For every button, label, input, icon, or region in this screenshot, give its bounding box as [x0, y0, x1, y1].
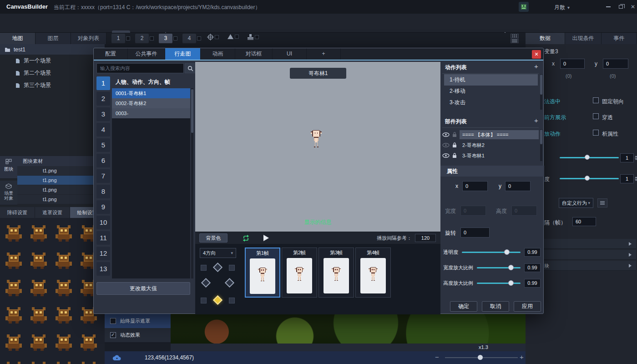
material-row-4[interactable]: t1.png: [17, 195, 105, 204]
apply-button[interactable]: 应用: [514, 301, 541, 312]
list-lines-button[interactable]: [511, 39, 519, 43]
ok-button[interactable]: 确定: [450, 301, 477, 312]
prop-width-input[interactable]: [460, 206, 486, 216]
frame-cell-3[interactable]: 第3帧: [318, 248, 354, 298]
tile-sprite[interactable]: [3, 249, 24, 273]
frame-cell-1[interactable]: 第1帧: [245, 248, 280, 298]
dynamic-effect-row[interactable]: 动态效果: [105, 328, 171, 342]
tile-sprite[interactable]: [3, 222, 24, 245]
dialog-row-number-3[interactable]: 3: [96, 107, 110, 121]
layer-1-group[interactable]: 1: [111, 34, 130, 43]
dialog-tab-animation[interactable]: 动画: [201, 48, 235, 60]
dirpad-corner-icon[interactable]: [201, 265, 207, 271]
user-menu[interactable]: 月散▾: [554, 4, 570, 11]
grid-dots-button[interactable]: [511, 34, 519, 38]
dialog-row-number-7[interactable]: 7: [96, 169, 110, 183]
frame-cell-2[interactable]: 第2帧: [282, 248, 317, 298]
tab-events[interactable]: 事件: [602, 33, 637, 44]
link-select-partial[interactable]: 法选中: [544, 98, 561, 106]
eye-icon[interactable]: [442, 132, 450, 137]
dirpad-corner-icon[interactable]: [229, 265, 235, 271]
dialog-row-number-2[interactable]: 2: [96, 92, 110, 106]
dialog-row-number-8[interactable]: 8: [96, 185, 110, 198]
character-item-3[interactable]: 0003-: [112, 108, 190, 118]
always-show-mask-checkbox[interactable]: [110, 318, 116, 324]
tile-sprite[interactable]: [3, 276, 24, 300]
tile-sprite[interactable]: [28, 331, 49, 354]
zoom-out-button[interactable]: −: [435, 353, 439, 361]
close-window-button[interactable]: ✕: [627, 3, 637, 11]
lock-icon[interactable]: [452, 132, 457, 137]
tile-sprite[interactable]: [28, 358, 49, 364]
character-list-scrollbar[interactable]: [191, 88, 193, 278]
dialog-tab-add[interactable]: +: [307, 48, 341, 60]
action-item-move[interactable]: 2-移动: [444, 86, 538, 97]
part-row-body[interactable]: ==== 【本体】 ====: [442, 129, 539, 140]
tile-sprite[interactable]: [28, 276, 49, 300]
pass-through-checkbox[interactable]: [593, 113, 599, 119]
game-scene-viewport[interactable]: [171, 314, 526, 344]
fixed-facing-checkbox[interactable]: [593, 97, 599, 103]
tab-layers[interactable]: 图层: [35, 33, 71, 44]
layer-4-group[interactable]: 4: [182, 34, 201, 43]
tile-sprite[interactable]: [3, 331, 24, 354]
tile-sprite[interactable]: [53, 276, 74, 300]
tile-sprite[interactable]: [28, 222, 49, 245]
tile-sprite[interactable]: [53, 222, 74, 245]
parts-list-scrollbar[interactable]: [540, 129, 542, 161]
prop-height-input[interactable]: [511, 206, 537, 216]
rp-slider-1-value[interactable]: 1: [620, 153, 634, 162]
dialog-row-number-6[interactable]: 6: [96, 154, 110, 167]
dirpad-corner-icon[interactable]: [229, 298, 235, 303]
y-input[interactable]: [603, 59, 628, 69]
part-row-goblin2[interactable]: 2-哥布林2: [442, 140, 539, 150]
layer-2-button[interactable]: 2: [135, 34, 149, 43]
dialog-tab-public-events[interactable]: 公共事件: [128, 48, 165, 60]
layer-2-group[interactable]: 2: [135, 34, 154, 43]
material-row-2[interactable]: t1.png: [17, 176, 105, 185]
restore-button[interactable]: [615, 3, 626, 11]
dialog-row-number-5[interactable]: 5: [96, 138, 110, 152]
dialog-row-number-12[interactable]: 12: [96, 247, 110, 260]
lock-icon[interactable]: [452, 153, 457, 158]
dialog-tab-dialog-box[interactable]: 对话框: [235, 48, 273, 60]
tile-sprite[interactable]: [53, 331, 74, 354]
dialog-close-button[interactable]: ✕: [532, 50, 541, 59]
user-avatar[interactable]: [519, 2, 529, 12]
zoom-slider-knob[interactable]: [478, 355, 483, 360]
character-item-2[interactable]: 0002-哥布林2: [112, 98, 190, 108]
opacity-slider-track[interactable]: [462, 252, 521, 253]
action-item-idle[interactable]: 1-待机: [444, 74, 538, 86]
direction-left-button[interactable]: [201, 278, 211, 288]
interval-frames-input[interactable]: [572, 217, 596, 226]
dynamic-effect-checkbox[interactable]: [110, 332, 116, 338]
zoom-in-button[interactable]: +: [520, 353, 524, 361]
tree-scene-1[interactable]: 第一个场景: [0, 55, 105, 67]
dialog-row-number-1[interactable]: 1: [96, 76, 110, 90]
add-action-button[interactable]: +: [534, 62, 538, 70]
frame-cell-4[interactable]: 第4帧: [355, 248, 391, 298]
height-scale-slider-track[interactable]: [477, 283, 521, 284]
direction-select[interactable]: 4方向▾: [200, 248, 236, 258]
layer-4-button[interactable]: 4: [182, 34, 196, 43]
change-max-button[interactable]: 更改最大值: [96, 282, 190, 295]
tab-mask-settings[interactable]: 遮罩设置: [35, 207, 70, 218]
behavior-extra-button[interactable]: [597, 198, 607, 207]
layer-3-toggle[interactable]: [173, 36, 177, 40]
action-item-attack[interactable]: 3-攻击: [444, 97, 538, 108]
rp-slider-1-spinner[interactable]: [634, 153, 637, 162]
tile-sprite[interactable]: [53, 249, 74, 273]
part-row-goblin1[interactable]: 3-哥布林1: [442, 150, 539, 161]
background-color-button[interactable]: 背景色: [199, 233, 228, 243]
dialog-tab-walk-map[interactable]: 行走图: [165, 48, 201, 60]
parse-property-checkbox[interactable]: [593, 130, 599, 136]
search-button[interactable]: [185, 63, 196, 73]
dirpad-corner-icon[interactable]: [201, 298, 207, 303]
tile-sprite[interactable]: [28, 249, 49, 273]
tile-sprite[interactable]: [3, 303, 24, 327]
layer-1-toggle[interactable]: [126, 36, 130, 40]
rp-slider-2-value[interactable]: 1: [620, 174, 634, 183]
layer-1-button[interactable]: 1: [111, 34, 125, 43]
dialog-tab-ui[interactable]: UI: [273, 48, 307, 60]
width-scale-value[interactable]: 0.99: [524, 263, 541, 272]
